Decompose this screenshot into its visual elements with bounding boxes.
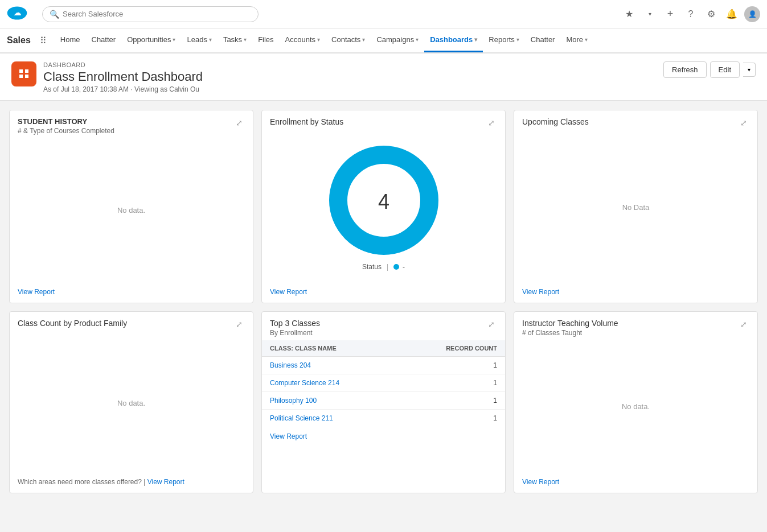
student-history-no-data: No data. [117,206,145,215]
upcoming-classes-expand-icon[interactable] [738,117,749,129]
table-row: Political Science 211 1 [262,410,505,427]
nav-item-more[interactable]: More▾ [560,28,593,52]
top3-classes-expand-icon[interactable] [486,319,497,330]
upcoming-classes-header: Upcoming Classes [514,110,757,132]
enrollment-status-header: Enrollment by Status [262,110,505,132]
dashboard-icon [11,61,36,86]
nav-item-reports[interactable]: Reports▾ [483,28,525,52]
student-history-expand-icon[interactable] [233,117,245,129]
favorites-icon[interactable]: ★ [621,6,637,22]
record-count-cell: 1 [398,410,505,427]
class-count-expand-icon[interactable] [233,319,245,330]
search-bar[interactable]: 🔍 [42,6,259,22]
class-name-cell[interactable]: Political Science 211 [262,410,398,427]
top3-classes-title-block: Top 3 Classes By Enrollment [270,319,320,337]
instructor-volume-body: No data. [514,340,757,472]
nav-item-home[interactable]: Home [55,28,86,52]
instructor-volume-title-block: Instructor Teaching Volume # of Classes … [522,319,618,337]
upcoming-classes-footer: View Report [514,282,757,303]
edit-button[interactable]: Edit [710,61,740,78]
plus-icon[interactable]: + [662,6,678,22]
page-header: DASHBOARD Class Enrollment Dashboard As … [0,53,767,101]
table-row: Computer Science 214 1 [262,374,505,392]
enrollment-legend: Status | - [362,263,405,271]
enrollment-legend-separator: | [387,263,388,271]
user-avatar[interactable]: 👤 [744,6,760,22]
settings-icon[interactable]: ⚙ [703,6,719,22]
nav-item-chatter[interactable]: Chatter [86,28,122,52]
student-history-footer: View Report [10,282,253,303]
favorites-dropdown-icon[interactable]: ▾ [642,6,658,22]
col-class-name: CLASS: CLASS NAME [262,340,398,357]
enrollment-status-view-report[interactable]: View Report [270,288,307,296]
top3-classes-title: Top 3 Classes [270,319,320,328]
page-title: Class Enrollment Dashboard [43,69,203,84]
record-count-cell: 1 [398,392,505,410]
student-history-subtitle: # & Type of Courses Completed [18,127,114,135]
class-count-card: Class Count by Product Family No data. W… [9,311,253,493]
class-count-footer: Which areas need more classes offered? |… [10,472,253,493]
enrollment-status-title: Enrollment by Status [270,117,343,126]
notifications-icon[interactable]: 🔔 [724,6,740,22]
instructor-volume-no-data: No data. [622,402,650,411]
page-subtitle: As of Jul 18, 2017 10:38 AM · Viewing as… [43,85,203,93]
class-count-title: Class Count by Product Family [18,319,127,328]
class-count-footer-text: Which areas need more classes offered? [18,478,142,486]
navbar: Sales ⠿ Home Chatter Opportunities▾ Lead… [0,28,767,53]
svg-text:☁: ☁ [14,9,21,17]
class-count-view-report[interactable]: View Report [147,478,184,486]
enrollment-legend-label: Status [362,263,382,271]
student-history-view-report[interactable]: View Report [18,288,55,296]
nav-brand: Sales [7,35,31,46]
enrollment-donut-container: 4 Status | - [262,132,505,282]
top3-classes-footer: View Report [262,427,505,447]
dashboard-grid: STUDENT HISTORY # & Type of Courses Comp… [0,101,767,502]
nav-item-contacts[interactable]: Contacts▾ [326,28,371,52]
breadcrumb: DASHBOARD [43,61,203,68]
instructor-volume-header: Instructor Teaching Volume # of Classes … [514,312,757,340]
salesforce-logo[interactable]: ☁ [7,3,33,25]
col-record-count: RECORD COUNT [398,340,505,357]
upcoming-classes-view-report[interactable]: View Report [522,288,559,296]
edit-dropdown-button[interactable]: ▾ [743,63,756,77]
upcoming-classes-body: No Data [514,132,757,282]
student-history-header: STUDENT HISTORY # & Type of Courses Comp… [10,110,253,138]
class-name-cell[interactable]: Philosophy 100 [262,392,398,410]
nav-item-opportunities[interactable]: Opportunities▾ [121,28,181,52]
instructor-volume-title: Instructor Teaching Volume [522,319,618,328]
nav-item-campaigns[interactable]: Campaigns▾ [371,28,424,52]
refresh-button[interactable]: Refresh [663,61,707,78]
upcoming-classes-title: Upcoming Classes [522,117,589,126]
nav-item-dashboards[interactable]: Dashboards▾ [424,28,483,52]
enrollment-legend-item: - [403,263,405,271]
search-input[interactable] [63,10,251,18]
instructor-volume-subtitle: # of Classes Taught [522,329,618,337]
upcoming-classes-card: Upcoming Classes No Data View Report [514,110,758,303]
app-launcher-icon[interactable]: ⠿ [40,35,47,46]
student-history-title: STUDENT HISTORY [18,117,114,126]
instructor-volume-expand-icon[interactable] [738,319,749,330]
enrollment-status-expand-icon[interactable] [486,117,497,129]
nav-items: Home Chatter Opportunities▾ Leads▾ Tasks… [55,28,760,52]
search-icon: 🔍 [50,10,59,19]
class-name-cell[interactable]: Business 204 [262,357,398,374]
nav-item-chatter2[interactable]: Chatter [525,28,561,52]
class-name-cell[interactable]: Computer Science 214 [262,374,398,392]
top3-classes-card: Top 3 Classes By Enrollment CLASS: CLASS… [261,311,506,493]
top3-classes-view-report[interactable]: View Report [270,432,307,440]
help-icon[interactable]: ? [683,6,699,22]
top3-classes-table: CLASS: CLASS NAME RECORD COUNT Business … [262,340,505,427]
instructor-volume-view-report[interactable]: View Report [522,478,559,486]
class-count-no-data: No data. [117,399,145,407]
enrollment-legend-dot [393,264,399,270]
top3-classes-header: Top 3 Classes By Enrollment [262,312,505,340]
nav-item-files[interactable]: Files [252,28,279,52]
nav-item-tasks[interactable]: Tasks▾ [218,28,252,52]
student-history-body: No data. [10,138,253,282]
upcoming-classes-no-data: No Data [622,203,650,212]
nav-item-leads[interactable]: Leads▾ [181,28,217,52]
enrollment-status-card: Enrollment by Status 4 Status | - View R… [261,110,506,303]
top3-classes-subtitle: By Enrollment [270,329,320,337]
svg-text:4: 4 [378,190,389,213]
nav-item-accounts[interactable]: Accounts▾ [280,28,326,52]
